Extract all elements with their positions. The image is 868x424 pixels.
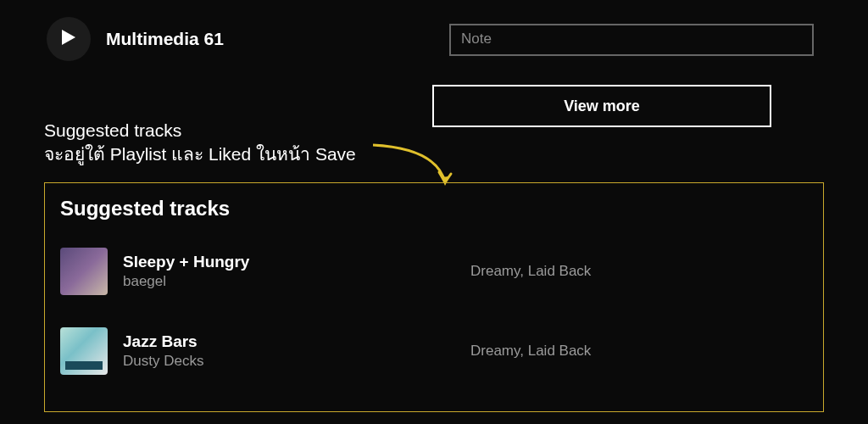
- note-input[interactable]: Note: [449, 24, 814, 56]
- track-name: Jazz Bars: [123, 332, 420, 351]
- view-more-label: View more: [564, 98, 640, 115]
- annotation-text: Suggested tracks จะอยู่ใต้ Playlist และ …: [44, 119, 356, 167]
- panel-title: Suggested tracks: [60, 197, 808, 220]
- suggested-tracks-panel: Suggested tracks Sleepy + Hungry baegel …: [44, 182, 824, 412]
- track-thumbnail: [60, 248, 108, 295]
- track-row[interactable]: Sleepy + Hungry baegel Dreamy, Laid Back: [60, 248, 808, 295]
- track-thumbnail: [60, 327, 108, 375]
- play-icon: [62, 30, 75, 48]
- note-placeholder-text: Note: [461, 31, 492, 47]
- track-artist: baegel: [123, 273, 420, 290]
- view-more-button[interactable]: View more: [432, 85, 771, 127]
- track-tags: Dreamy, Laid Back: [470, 343, 591, 360]
- current-track-title: Multimedia 61: [106, 29, 224, 49]
- track-row[interactable]: Jazz Bars Dusty Decks Dreamy, Laid Back: [60, 327, 808, 375]
- track-artist: Dusty Decks: [123, 353, 420, 370]
- track-tags: Dreamy, Laid Back: [470, 263, 591, 280]
- annotation-line2: จะอยู่ใต้ Playlist และ Liked ในหน้า Save: [44, 142, 356, 166]
- annotation-line1: Suggested tracks: [44, 119, 356, 142]
- play-button[interactable]: [47, 17, 91, 61]
- track-name: Sleepy + Hungry: [123, 253, 420, 271]
